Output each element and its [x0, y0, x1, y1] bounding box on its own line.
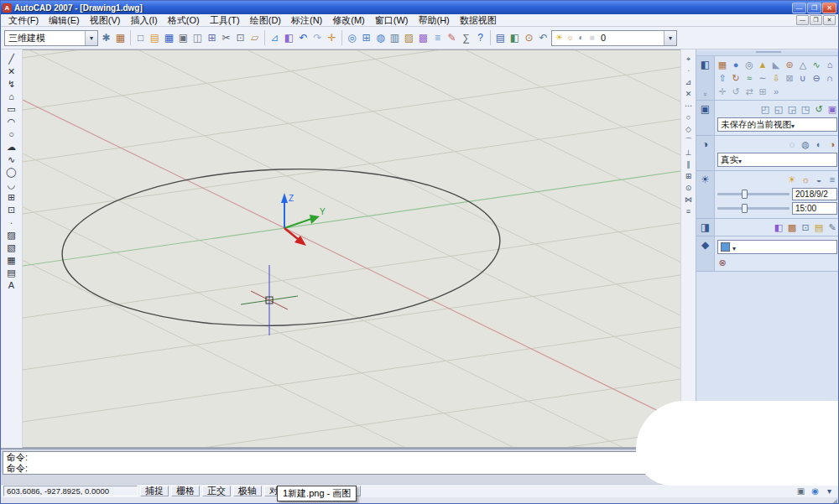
- combo-arrow-icon[interactable]: [664, 31, 676, 45]
- 3d-array-icon[interactable]: ⊞: [756, 85, 769, 98]
- sun-time-slider[interactable]: [717, 207, 789, 210]
- ellipse-arc-icon[interactable]: ◡: [4, 179, 19, 191]
- pan-icon[interactable]: ✛: [325, 31, 339, 45]
- menu-insert[interactable]: 插入(I): [125, 14, 162, 27]
- publish-icon[interactable]: ⊞: [205, 31, 219, 45]
- toggle-snap[interactable]: 捕捉: [140, 486, 169, 496]
- table-icon[interactable]: ▤: [4, 267, 19, 279]
- light-list-icon[interactable]: ≡: [826, 173, 839, 186]
- menu-dimension[interactable]: 标注(N): [286, 14, 327, 27]
- slider-thumb[interactable]: [742, 204, 748, 213]
- sheet-set-manager-icon[interactable]: ≡: [430, 31, 445, 45]
- sun-status-icon[interactable]: ☀: [785, 173, 799, 186]
- menu-view[interactable]: 视图(V): [85, 14, 126, 27]
- save-icon[interactable]: ▦: [162, 31, 176, 45]
- snap-perpendicular-icon[interactable]: ⊥: [682, 147, 695, 158]
- undo-icon[interactable]: ↶: [296, 31, 310, 45]
- tool-palettes-icon[interactable]: ▩: [416, 31, 430, 45]
- revolve-icon[interactable]: ↻: [729, 71, 743, 85]
- 3d-move-icon[interactable]: ✛: [716, 85, 729, 98]
- drawing-viewport[interactable]: Z Y: [23, 49, 680, 448]
- view-top-icon[interactable]: ◰: [758, 102, 772, 116]
- menu-edit[interactable]: 编辑(E): [44, 14, 85, 27]
- sweep-icon[interactable]: ≈: [743, 71, 756, 85]
- match-properties-icon[interactable]: ⊿: [268, 31, 282, 45]
- mtext-icon[interactable]: A: [4, 279, 19, 292]
- zoom-realtime-icon[interactable]: ◎: [345, 31, 359, 45]
- menu-window[interactable]: 窗口(W): [370, 14, 414, 27]
- doc-restore-button[interactable]: ❐: [810, 15, 822, 25]
- insert-block-icon[interactable]: ⊞: [4, 191, 19, 204]
- cone-icon[interactable]: ▲: [756, 58, 769, 71]
- plot-icon[interactable]: ▣: [176, 31, 190, 45]
- revcloud-icon[interactable]: ☁: [4, 141, 19, 153]
- zoom-previous-icon[interactable]: ◍: [373, 31, 388, 45]
- layer-previous-icon[interactable]: ↶: [536, 31, 550, 45]
- snap-intersection-icon[interactable]: ✕: [682, 88, 695, 100]
- viewport-canvas[interactable]: Z Y: [23, 50, 680, 448]
- snap-nearest-icon[interactable]: ⋈: [682, 194, 695, 205]
- zoom-window-icon[interactable]: ⊞: [359, 31, 373, 45]
- wedge-icon[interactable]: ◣: [769, 58, 783, 71]
- toggle-grid[interactable]: 栅格: [171, 486, 200, 496]
- shadow-icon[interactable]: ◒: [812, 173, 826, 186]
- tray-expand-icon[interactable]: ▾: [823, 486, 836, 497]
- slice-icon[interactable]: ⊠: [783, 71, 796, 85]
- loft-icon[interactable]: ∼: [756, 71, 769, 85]
- plot-preview-icon[interactable]: ◫: [190, 31, 205, 45]
- snap-midpoint-icon[interactable]: ⊿: [682, 76, 695, 88]
- copy-icon[interactable]: ⊡: [233, 31, 248, 45]
- gradient-icon[interactable]: ▧: [4, 242, 19, 254]
- cylinder-icon[interactable]: ◎: [743, 58, 756, 71]
- menu-help[interactable]: 帮助(H): [414, 14, 455, 27]
- orbit-icon[interactable]: ↺: [812, 102, 826, 116]
- material-mapping-icon[interactable]: ▩: [785, 221, 799, 234]
- sun-date-slider[interactable]: [717, 193, 789, 195]
- panel-expand-icon[interactable]: »: [769, 85, 783, 98]
- box-icon[interactable]: ▦: [716, 58, 729, 71]
- open-icon[interactable]: ▤: [148, 31, 162, 45]
- view-front-icon[interactable]: ◱: [772, 102, 785, 116]
- snap-tangent-icon[interactable]: ⌒: [682, 135, 695, 147]
- snap-insert-icon[interactable]: ⊞: [682, 170, 695, 182]
- menu-format[interactable]: 格式(O): [163, 14, 205, 27]
- view-panel-strip[interactable]: ▣: [696, 101, 715, 135]
- render-panel-strip[interactable]: ◆: [696, 236, 715, 271]
- toggle-ortho[interactable]: 正交: [202, 486, 231, 496]
- 3d-align-icon[interactable]: ⇄: [743, 85, 756, 98]
- make-panel-strip[interactable]: ◧ »: [696, 56, 715, 100]
- communication-center-icon[interactable]: ◉: [809, 486, 821, 497]
- spline-icon[interactable]: ∿: [4, 153, 19, 166]
- subtract-icon[interactable]: ⊖: [810, 71, 823, 85]
- quickcalc-icon[interactable]: ∑: [459, 31, 473, 45]
- help-icon[interactable]: ?: [473, 31, 487, 45]
- minimize-button[interactable]: —: [792, 3, 806, 13]
- block-editor-icon[interactable]: ◧: [282, 31, 296, 45]
- combo-arrow-icon[interactable]: [732, 242, 736, 252]
- workspace-combo[interactable]: 三维建模: [4, 30, 98, 46]
- construction-line-icon[interactable]: ✕: [4, 65, 19, 78]
- presspull-icon[interactable]: ⇩: [769, 71, 783, 85]
- redo-icon[interactable]: ↷: [310, 31, 325, 45]
- render-preset-combo[interactable]: [717, 240, 837, 254]
- material-attach-icon[interactable]: ⊡: [799, 221, 812, 234]
- menu-dataview[interactable]: 数据视图: [455, 14, 502, 27]
- union-icon[interactable]: ∪: [796, 71, 810, 85]
- plot-status-icon[interactable]: ▣: [795, 486, 807, 497]
- coordinate-display[interactable]: 603.6086, -927.8925, 0.0000: [3, 486, 138, 496]
- line-icon[interactable]: ╱: [4, 53, 19, 65]
- paste-icon[interactable]: ▱: [248, 31, 262, 45]
- doc-close-button[interactable]: ✕: [823, 15, 836, 25]
- region-icon[interactable]: ▦: [4, 254, 19, 267]
- cut-icon[interactable]: ✂: [219, 31, 233, 45]
- properties-icon[interactable]: ▥: [388, 31, 402, 45]
- doc-minimize-button[interactable]: —: [796, 15, 809, 25]
- polygon-icon[interactable]: ⌂: [4, 91, 19, 103]
- materials-icon[interactable]: ◧: [772, 221, 785, 234]
- material-panel-strip[interactable]: ◨: [696, 219, 715, 236]
- light-panel-strip[interactable]: ☀: [696, 171, 715, 218]
- rectangle-icon[interactable]: ▭: [4, 103, 19, 116]
- markup-set-manager-icon[interactable]: ✎: [445, 31, 459, 45]
- view-side-icon[interactable]: ◲: [785, 102, 799, 116]
- make-block-icon[interactable]: ⊡: [4, 204, 19, 216]
